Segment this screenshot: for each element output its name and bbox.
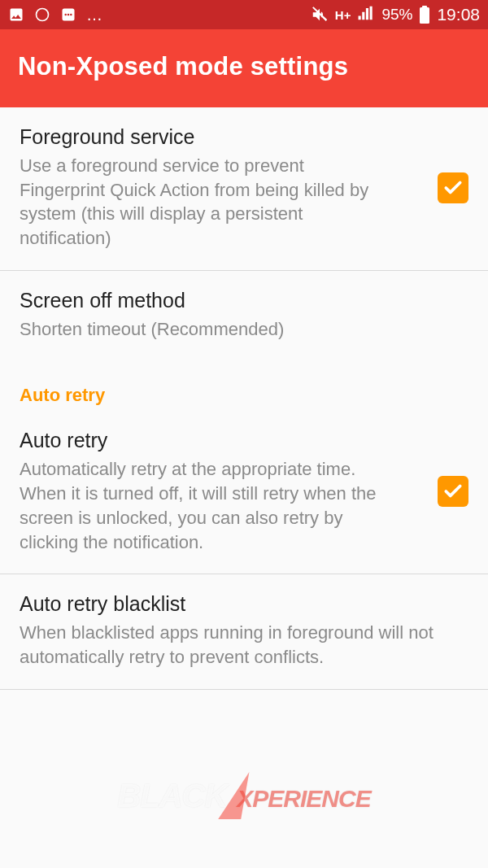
svg-point-0 xyxy=(37,9,49,21)
setting-title: Screen off method xyxy=(20,289,468,312)
gallery-icon xyxy=(8,7,24,23)
checkbox-auto-retry[interactable] xyxy=(438,476,468,507)
checkbox-foreground[interactable] xyxy=(438,172,468,203)
section-header-auto-retry: Auto retry xyxy=(0,360,488,411)
battery-pct: 95% xyxy=(381,6,412,24)
network-type: H+ xyxy=(335,8,351,22)
status-bar: … H+ 95% 19:08 xyxy=(0,0,488,29)
battery-icon xyxy=(419,6,430,24)
setting-subtitle: Shorten timeout (Recommended) xyxy=(20,317,468,342)
statusbar-left: … xyxy=(8,6,104,24)
watermark: BLACK XPERIENCE xyxy=(117,772,370,819)
record-icon xyxy=(34,7,50,23)
setting-screen-off-method[interactable]: Screen off method Shorten timeout (Recom… xyxy=(0,271,488,361)
page-title: Non-Xposed mode settings xyxy=(18,52,470,81)
svg-point-4 xyxy=(70,14,72,16)
setting-subtitle: Automatically retry at the appropriate t… xyxy=(20,457,394,554)
more-icon: … xyxy=(86,6,104,24)
setting-subtitle: When blacklisted apps running in foregro… xyxy=(20,621,468,669)
bbm-icon xyxy=(60,7,76,23)
mute-icon xyxy=(311,6,329,24)
svg-rect-5 xyxy=(420,7,429,24)
app-bar: Non-Xposed mode settings xyxy=(0,29,488,107)
svg-rect-6 xyxy=(422,6,427,8)
setting-subtitle: Use a foreground service to prevent Fing… xyxy=(20,154,369,251)
divider xyxy=(0,689,488,690)
setting-foreground-service[interactable]: Foreground service Use a foreground serv… xyxy=(0,107,488,270)
watermark-black: BLACK xyxy=(117,778,227,814)
setting-auto-retry[interactable]: Auto retry Automatically retry at the ap… xyxy=(0,411,488,574)
clock: 19:08 xyxy=(437,5,480,24)
svg-point-2 xyxy=(64,14,67,16)
setting-title: Foreground service xyxy=(20,125,423,149)
signal-icon xyxy=(357,6,375,24)
statusbar-right: H+ 95% 19:08 xyxy=(311,5,480,24)
setting-title: Auto retry xyxy=(20,429,423,452)
svg-point-3 xyxy=(68,14,70,16)
setting-title: Auto retry blacklist xyxy=(20,592,468,616)
watermark-xperience: XPERIENCE xyxy=(237,779,370,813)
settings-list: Foreground service Use a foreground serv… xyxy=(0,107,488,690)
setting-auto-retry-blacklist[interactable]: Auto retry blacklist When blacklisted ap… xyxy=(0,574,488,688)
